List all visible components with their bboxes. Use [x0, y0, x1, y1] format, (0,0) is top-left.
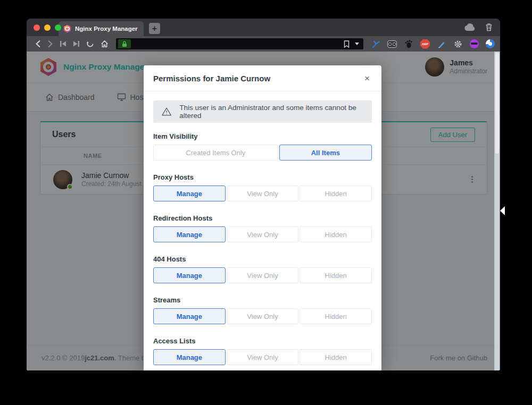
- tab-title: Nginx Proxy Manager: [75, 26, 138, 32]
- warning-triangle-icon: [162, 107, 171, 116]
- lock-icon[interactable]: [118, 39, 131, 48]
- skip-end-icon[interactable]: [73, 40, 80, 47]
- 404-hosts-section: 404 Hosts Manage View Only Hidden: [153, 255, 372, 283]
- bookmark-icon[interactable]: [344, 40, 350, 48]
- pen-extension-icon[interactable]: [437, 39, 446, 49]
- item-visibility-section: Item Visibility Created Items Only All I…: [153, 132, 372, 161]
- favicon-icon: [63, 25, 71, 33]
- proxy-hosts-hidden-button[interactable]: Hidden: [300, 185, 372, 201]
- browser-toolbar: ABP: [27, 36, 500, 52]
- goggles-extension-icon[interactable]: [387, 39, 397, 49]
- access-lists-manage-button[interactable]: Manage: [153, 349, 226, 365]
- access-lists-hidden-button[interactable]: Hidden: [300, 349, 372, 365]
- purple-mask-extension-icon[interactable]: [470, 39, 479, 48]
- bookmarks-dropdown-icon[interactable]: [355, 43, 359, 45]
- browser-titlebar: Nginx Proxy Manager +: [27, 19, 500, 36]
- gnome-foot-extension-icon[interactable]: [404, 39, 413, 49]
- blue-gauge-extension-icon[interactable]: [486, 39, 495, 48]
- scrollbar-thumb[interactable]: [495, 53, 499, 154]
- cloud-icon[interactable]: [464, 23, 476, 31]
- streams-manage-button[interactable]: Manage: [153, 308, 226, 324]
- 404-hosts-hidden-button[interactable]: Hidden: [300, 267, 372, 283]
- streams-view-only-button[interactable]: View Only: [227, 308, 299, 324]
- browser-tab[interactable]: Nginx Proxy Manager: [59, 21, 144, 36]
- 404-hosts-manage-button[interactable]: Manage: [153, 267, 226, 283]
- redirection-hosts-section: Redirection Hosts Manage View Only Hidde…: [153, 214, 372, 242]
- visibility-created-items-only-button[interactable]: Created Items Only: [153, 145, 278, 161]
- new-tab-button[interactable]: +: [149, 23, 160, 34]
- back-icon[interactable]: [35, 40, 41, 48]
- proxy-hosts-manage-button[interactable]: Manage: [153, 185, 226, 201]
- admin-warning-banner: This user is an Administrator and some i…: [153, 100, 372, 123]
- slingshot-extension-icon[interactable]: [371, 39, 380, 49]
- close-icon[interactable]: ×: [362, 73, 372, 84]
- address-bar[interactable]: [116, 38, 363, 49]
- streams-section: Streams Manage View Only Hidden: [153, 296, 372, 324]
- proxy-hosts-section: Proxy Hosts Manage View Only Hidden: [153, 173, 372, 201]
- trash-icon[interactable]: [485, 23, 493, 31]
- adblock-plus-extension-icon[interactable]: ABP: [420, 39, 430, 49]
- 404-hosts-view-only-button[interactable]: View Only: [227, 267, 299, 283]
- streams-hidden-button[interactable]: Hidden: [300, 308, 372, 324]
- visibility-all-items-button[interactable]: All Items: [279, 145, 372, 161]
- close-window-button[interactable]: [34, 24, 40, 31]
- gear-extension-icon[interactable]: [453, 39, 463, 49]
- side-panel-handle-icon[interactable]: [500, 206, 505, 215]
- home-icon[interactable]: [101, 40, 109, 48]
- forward-icon[interactable]: [47, 40, 53, 48]
- modal-title: Permissions for Jamie Curnow: [153, 74, 270, 83]
- page-viewport: Nginx Proxy Manager James Administrator …: [27, 52, 500, 370]
- reload-icon[interactable]: [86, 40, 94, 48]
- browser-window: Nginx Proxy Manager +: [27, 19, 500, 370]
- warning-text: This user is an Administrator and some i…: [179, 104, 363, 120]
- extension-icons: ABP: [371, 39, 495, 49]
- access-lists-view-only-button[interactable]: View Only: [227, 349, 299, 365]
- proxy-hosts-view-only-button[interactable]: View Only: [227, 185, 299, 201]
- access-lists-section: Access Lists Manage View Only Hidden: [153, 337, 372, 365]
- redirection-hosts-manage-button[interactable]: Manage: [153, 226, 226, 242]
- redirection-hosts-view-only-button[interactable]: View Only: [227, 226, 299, 242]
- maximize-window-button[interactable]: [55, 24, 61, 31]
- minimize-window-button[interactable]: [44, 24, 51, 31]
- window-controls: [34, 24, 61, 31]
- permissions-modal: Permissions for Jamie Curnow × This user…: [144, 65, 381, 370]
- redirection-hosts-hidden-button[interactable]: Hidden: [300, 226, 372, 242]
- item-visibility-label: Item Visibility: [153, 132, 372, 140]
- skip-start-icon[interactable]: [60, 40, 66, 47]
- vertical-scrollbar[interactable]: [494, 52, 500, 370]
